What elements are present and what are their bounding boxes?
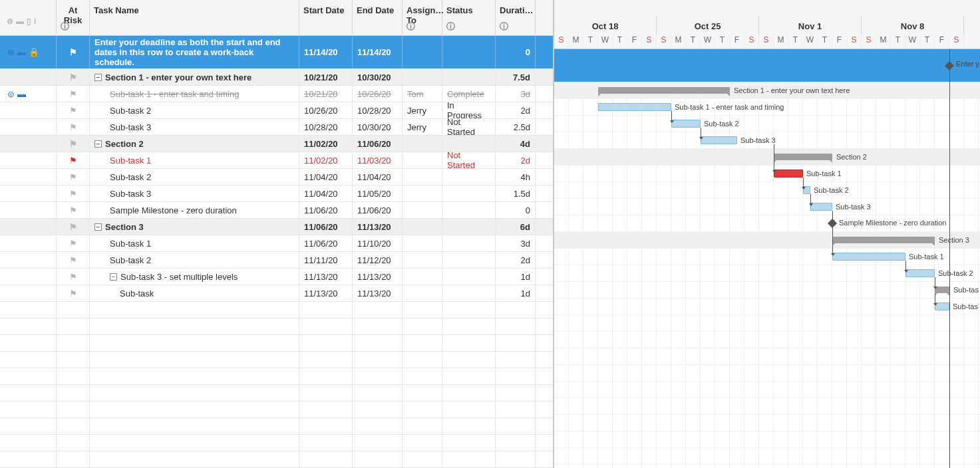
collapse-toggle[interactable]: −	[94, 140, 102, 148]
duration-cell[interactable]: 3d	[496, 235, 536, 251]
assigned-to-cell[interactable]	[403, 202, 442, 218]
assigned-to-cell[interactable]	[403, 269, 442, 285]
comment-icon[interactable]: ▬	[17, 47, 26, 57]
table-row-empty[interactable]	[0, 402, 553, 418]
table-row-empty[interactable]	[0, 368, 553, 385]
table-row-empty[interactable]	[0, 385, 553, 402]
end-date-cell[interactable]: 10/30/20	[353, 119, 403, 135]
gantt-row[interactable]	[554, 49, 980, 82]
end-date-cell[interactable]: 10/26/20	[353, 86, 403, 102]
assigned-to-cell[interactable]	[403, 285, 442, 301]
assigned-to-cell[interactable]: Jerry	[403, 102, 442, 118]
gantt-bar[interactable]: Sub-task 2	[905, 269, 935, 277]
col-status[interactable]: Status	[442, 0, 496, 35]
status-cell[interactable]: Not Started	[442, 119, 496, 135]
table-row[interactable]: ⊜▬🔒⚑Enter your deadline as both the star…	[0, 36, 553, 69]
gantt-bar[interactable]: Section 3	[832, 237, 935, 243]
table-row[interactable]: ⚑Sub-task 210/26/2010/28/20JerryIn Progr…	[0, 102, 553, 119]
start-date-cell[interactable]: 11/04/20	[299, 185, 353, 201]
gantt-row[interactable]: Sub-tas	[554, 298, 980, 315]
gantt-bar[interactable]: Sub-task 1	[774, 170, 803, 177]
assigned-to-cell[interactable]	[403, 169, 442, 185]
table-row-empty[interactable]	[0, 302, 553, 318]
flag-cell[interactable]: ⚑	[57, 86, 90, 102]
start-date-cell[interactable]: 11/02/20	[299, 152, 353, 168]
assigned-to-cell[interactable]	[403, 69, 442, 85]
flag-cell[interactable]: ⚑	[57, 102, 90, 118]
flag-cell[interactable]: ⚑	[57, 136, 90, 152]
table-row-empty[interactable]	[0, 451, 553, 468]
flag-cell[interactable]: ⚑	[57, 235, 90, 251]
flag-cell[interactable]: ⚑	[57, 219, 90, 235]
status-cell[interactable]: Complete	[442, 86, 496, 102]
table-row-empty[interactable]	[0, 418, 553, 435]
end-date-cell[interactable]: 11/05/20	[353, 185, 403, 201]
flag-cell[interactable]: ⚑	[57, 119, 90, 135]
status-cell[interactable]	[442, 252, 496, 268]
task-cell[interactable]: Sub-task 3	[90, 119, 299, 135]
table-row[interactable]: ⚑−Section 1 - enter your own text here10…	[0, 69, 553, 86]
gantt-bar[interactable]: Section 1 - enter your own text here	[598, 87, 730, 94]
start-date-cell[interactable]: 11/06/20	[299, 219, 353, 235]
end-date-cell[interactable]: 11/06/20	[353, 202, 403, 218]
end-date-cell[interactable]: 11/13/20	[353, 285, 403, 301]
duration-cell[interactable]: 6d	[496, 219, 536, 235]
task-cell[interactable]: −Sub-task 3 - set multiple levels	[90, 269, 299, 285]
duration-cell[interactable]: 2.5d	[496, 119, 536, 135]
start-date-cell[interactable]: 10/28/20	[299, 119, 353, 135]
gantt-body[interactable]: Section 1 - enter your own text hereSub-…	[554, 49, 980, 468]
assigned-to-cell[interactable]	[403, 136, 442, 152]
status-cell[interactable]	[442, 169, 496, 185]
status-cell[interactable]	[442, 185, 496, 201]
assigned-to-cell[interactable]	[403, 252, 442, 268]
table-row-empty[interactable]	[0, 318, 553, 335]
gantt-row[interactable]: Sub-task 3	[554, 199, 980, 215]
assigned-to-cell[interactable]: Tom	[403, 86, 442, 102]
gantt-bar[interactable]: Sub-task 2	[671, 120, 701, 128]
duration-cell[interactable]: 2d	[496, 152, 536, 168]
end-date-cell[interactable]: 11/13/20	[353, 269, 403, 285]
table-row[interactable]: ⚑−Sub-task 3 - set multiple levels11/13/…	[0, 269, 553, 285]
flag-cell[interactable]: ⚑	[57, 69, 90, 85]
status-cell[interactable]	[442, 136, 496, 152]
end-date-cell[interactable]: 11/12/20	[353, 252, 403, 268]
status-cell[interactable]	[442, 202, 496, 218]
assigned-to-cell[interactable]	[403, 219, 442, 235]
gantt-row[interactable]: Sub-task 1 - enter task and timing	[554, 99, 980, 116]
status-cell[interactable]	[442, 285, 496, 301]
flag-cell[interactable]: ⚑	[57, 185, 90, 201]
attachment-icon[interactable]: ⊜	[7, 89, 15, 99]
start-date-cell[interactable]: 11/04/20	[299, 169, 353, 185]
task-cell[interactable]: −Section 3	[90, 219, 299, 235]
collapse-toggle[interactable]: −	[110, 273, 117, 281]
gantt-row[interactable]: Sub-task 2	[554, 265, 980, 282]
gantt-bar[interactable]: Sub-task 1	[832, 253, 905, 261]
end-date-cell[interactable]: 10/28/20	[353, 102, 403, 118]
table-row[interactable]: ⚑Sub-task11/13/2011/13/201d	[0, 285, 553, 302]
status-cell[interactable]: Not Started	[442, 152, 496, 168]
col-end-date[interactable]: End Date	[353, 0, 403, 35]
gantt-row[interactable]: Section 2	[554, 149, 980, 166]
task-cell[interactable]: −Section 1 - enter your own text here	[90, 69, 299, 85]
col-start-date[interactable]: Start Date	[299, 0, 353, 35]
table-row-empty[interactable]	[0, 335, 553, 352]
comment-icon[interactable]: ▬	[17, 89, 26, 99]
table-row[interactable]: ⊜▬⚑Sub-task 1 - enter task and timing10/…	[0, 86, 553, 102]
gantt-bar[interactable]: Section 2	[774, 154, 832, 160]
start-date-cell[interactable]: 10/21/20	[299, 69, 353, 85]
start-date-cell[interactable]: 11/13/20	[299, 285, 353, 301]
flag-cell[interactable]: ⚑	[57, 36, 90, 68]
end-date-cell[interactable]: 11/04/20	[353, 169, 403, 185]
status-cell[interactable]	[442, 36, 496, 68]
gantt-row[interactable]: Sub-task 2	[554, 116, 980, 132]
table-row[interactable]: ⚑Sub-task 211/11/2011/12/202d	[0, 252, 553, 269]
col-assigned-to[interactable]: Assign… To	[403, 0, 442, 35]
duration-cell[interactable]: 1d	[496, 269, 536, 285]
task-cell[interactable]: Sub-task 1	[90, 235, 299, 251]
task-cell[interactable]: Sub-task 2	[90, 102, 299, 118]
start-date-cell[interactable]: 11/06/20	[299, 202, 353, 218]
start-date-cell[interactable]: 10/26/20	[299, 102, 353, 118]
task-cell[interactable]: Sub-task 2	[90, 169, 299, 185]
start-date-cell[interactable]: 11/14/20	[299, 36, 353, 68]
status-cell[interactable]	[442, 235, 496, 251]
